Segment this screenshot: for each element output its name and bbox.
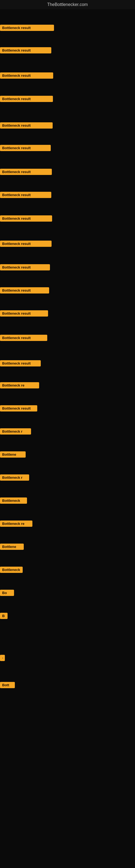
bottleneck-result-item: Bott — [0, 682, 15, 689]
bottleneck-badge[interactable]: Bottlene — [0, 452, 26, 458]
bottleneck-badge[interactable]: B — [0, 613, 8, 619]
bottleneck-result-item: Bottleneck result — [0, 264, 50, 272]
bottleneck-badge[interactable]: Bottleneck result — [0, 360, 41, 367]
bottleneck-result-item: Bottleneck result — [0, 405, 37, 412]
bottleneck-badge[interactable]: Bottleneck result — [0, 169, 52, 175]
bottleneck-result-item: Bottleneck result — [0, 241, 52, 248]
bottleneck-result-item: Bottleneck result — [0, 360, 41, 368]
bottleneck-badge[interactable]: Bott — [0, 682, 15, 688]
bottleneck-result-item: Bottlene — [0, 452, 26, 459]
bottleneck-badge[interactable]: Bottleneck re — [0, 521, 32, 527]
bottleneck-badge[interactable]: Bottleneck result — [0, 264, 50, 271]
bottleneck-result-item: Bottleneck result — [0, 25, 54, 32]
bottleneck-result-item: Bottleneck result — [0, 287, 49, 294]
bottleneck-badge[interactable]: Bottleneck result — [0, 405, 37, 411]
bottleneck-badge[interactable]: Bottleneck result — [0, 310, 48, 316]
bottleneck-badge[interactable]: Bottleneck — [0, 567, 23, 573]
bottleneck-badge[interactable]: Bottlene — [0, 544, 24, 550]
bottleneck-result-item: Bottleneck r — [0, 474, 29, 482]
bottleneck-result-item: · — [0, 655, 5, 662]
bottleneck-result-item: Bottleneck result — [0, 335, 47, 342]
bottleneck-badge[interactable]: Bottleneck result — [0, 335, 47, 341]
bottleneck-badge[interactable]: · — [0, 655, 5, 661]
bottleneck-result-item: Bottleneck result — [0, 47, 51, 55]
bottleneck-badge[interactable]: Bottleneck result — [0, 287, 49, 293]
bottleneck-badge[interactable]: Bottleneck re — [0, 382, 39, 389]
bottleneck-badge[interactable]: Bottleneck r — [0, 428, 31, 435]
bottleneck-result-item: Bo — [0, 590, 14, 597]
bottleneck-badge[interactable]: Bo — [0, 590, 14, 596]
bottleneck-result-item: Bottleneck result — [0, 72, 53, 80]
bottleneck-result-item: Bottleneck result — [0, 192, 51, 199]
bottleneck-badge[interactable]: Bottleneck r — [0, 474, 29, 480]
bottleneck-result-item: Bottleneck result — [0, 122, 53, 130]
bottleneck-result-item: B — [0, 613, 8, 620]
site-title: TheBottlenecker.com — [0, 0, 135, 9]
bottleneck-result-item: Bottleneck result — [0, 145, 51, 152]
bottleneck-badge[interactable]: Bottleneck result — [0, 47, 51, 54]
bottleneck-badge[interactable]: Bottleneck result — [0, 241, 52, 247]
bottleneck-badge[interactable]: Bottleneck — [0, 497, 27, 504]
bottleneck-badge[interactable]: Bottleneck result — [0, 72, 53, 79]
bottleneck-badge[interactable]: Bottleneck result — [0, 122, 53, 129]
bottleneck-result-item: Bottleneck r — [0, 428, 31, 436]
bottleneck-result-item: Bottleneck result — [0, 215, 52, 223]
bottleneck-badge[interactable]: Bottleneck result — [0, 25, 54, 31]
bottleneck-result-item: Bottleneck result — [0, 96, 53, 103]
bottleneck-badge[interactable]: Bottleneck result — [0, 145, 51, 151]
bottleneck-result-item: Bottleneck result — [0, 169, 52, 176]
bottleneck-result-item: Bottleneck result — [0, 310, 48, 318]
bottleneck-result-item: Bottleneck re — [0, 521, 32, 528]
bottleneck-badge[interactable]: Bottleneck result — [0, 192, 51, 198]
bottleneck-badge[interactable]: Bottleneck result — [0, 215, 52, 222]
bottleneck-result-item: Bottlene — [0, 544, 24, 551]
bottleneck-result-item: Bottleneck — [0, 497, 27, 505]
bottleneck-badge[interactable]: Bottleneck result — [0, 96, 53, 102]
bottleneck-result-item: Bottleneck — [0, 567, 23, 574]
bottleneck-result-item: Bottleneck re — [0, 382, 39, 390]
